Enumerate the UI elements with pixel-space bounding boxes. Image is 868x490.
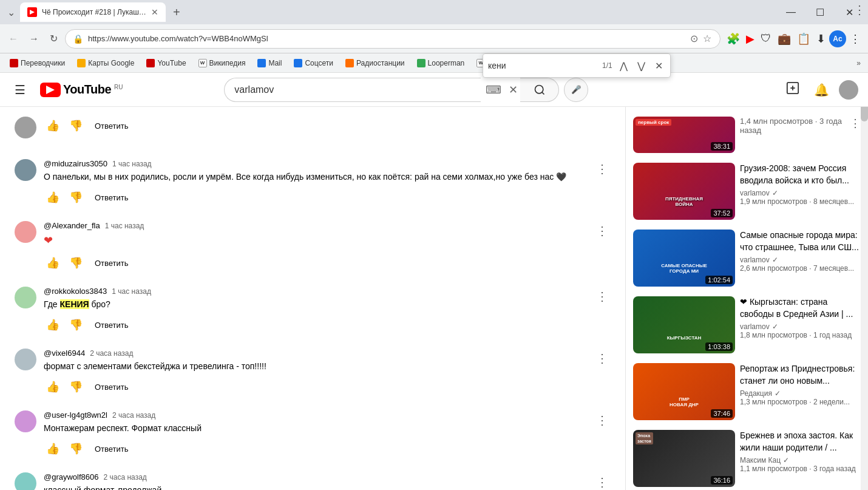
youtube-search-bar: ⌨ ✕ 🎤 [224,78,588,102]
bookmark-label: Карты Google [88,59,134,67]
dislike-button[interactable]: 👎 [67,316,85,334]
reply-button[interactable]: Ответить [90,117,134,135]
comment-author: @graywolf8606 [44,472,99,481]
like-button[interactable]: 👍 [44,117,62,135]
bookmark-looperman[interactable]: Looperman [412,58,470,69]
download-button[interactable]: ⬇ [814,30,828,48]
dislike-button[interactable]: 👎 [67,254,85,272]
bookmark-переводчики[interactable]: Переводчики [5,58,70,69]
video-channel: varlamov ✓ [740,256,861,264]
comments-section: 👍 👎 Ответить ⋮ @miduzairus3050 1 час наз… [0,107,625,490]
back-button[interactable]: ← [5,30,22,48]
like-button[interactable]: 👍 [44,254,62,272]
reply-button[interactable]: Ответить [90,380,134,394]
reply-button[interactable]: Ответить [90,442,134,456]
video-more-options[interactable]: ⋮ [850,117,861,130]
video-thumbnail: КЫРГЫЗСТАН 1:03:38 [633,296,735,353]
like-button[interactable]: 👍 [44,440,62,458]
wallet-button[interactable]: 💼 [775,30,793,48]
active-tab[interactable]: Чё Происходит #218 | Лукаше... ✕ [20,2,166,22]
video-duration: 36:16 [711,476,733,485]
comment-text: формат с элементами бекстейджа и тревели… [44,360,611,373]
comment-more-options[interactable]: ⋮ [594,221,611,240]
comment-partial: 👍 👎 Ответить ⋮ [15,117,611,145]
comment-time: 1 час назад [112,287,151,296]
keyboard-button[interactable]: ⌨ [481,83,506,97]
bookmark-mail[interactable]: Mail [253,58,287,69]
bookmark-youtube[interactable]: YouTube [141,58,191,69]
find-next-button[interactable]: ⋁ [635,59,648,73]
create-button[interactable] [781,77,804,103]
browser-scrollbar[interactable] [861,73,868,490]
notifications-button[interactable]: 🔔 [809,78,834,102]
bookmark-button[interactable]: ☆ [702,32,713,46]
user-avatar[interactable] [839,80,858,100]
hamburger-menu-button[interactable]: ☰ [10,78,30,102]
sidebar-video-brezhnev[interactable]: Эпохазастоя 36:16 Брежнев и эпоха застоя… [626,425,868,490]
search-button[interactable] [520,78,559,102]
sidebar-video-kyrgyzstan[interactable]: КЫРГЫЗСТАН 1:03:38 ❤ Кыргызстан: страна … [626,291,868,358]
forward-button[interactable]: → [25,30,42,48]
sidebar-video-pridnestrovye[interactable]: ПМРНОВАЯ ДНР 37:46 Репортаж из Приднестр… [626,358,868,425]
menu-button[interactable]: ⋮ [847,30,863,48]
tab-group-button[interactable]: ⌄ [5,4,18,21]
video-info: ❤ Кыргызстан: страна свободы в Средней А… [740,296,861,353]
sidebar-video-partial[interactable]: 38:31 первый срок 1,4 млн просмотров · 3… [626,112,868,158]
bookmark-favicon [345,59,354,67]
comment-content: @miduzairus3050 1 час назад О панельки, … [44,159,611,206]
video-meta: 2,6 млн просмотров · 7 месяцев... [740,264,861,273]
reply-button[interactable]: Ответить [90,191,134,205]
bookmark-socnet[interactable]: Соцсети [289,58,338,69]
maximize-button[interactable]: ☐ [806,2,834,22]
bookmark-maps[interactable]: Карты Google [72,58,139,69]
comment-actions: 👍 👎 Ответить [44,316,611,334]
extensions-button[interactable]: 🧩 [724,30,742,48]
bookmarks-bar: Переводчики Карты Google YouTube W Викип… [0,53,868,73]
dislike-button[interactable]: 👎 [67,440,85,458]
bookmarks-more-button[interactable]: » [854,58,863,69]
find-prev-button[interactable]: ⋀ [617,59,630,73]
search-input[interactable] [224,78,481,102]
comment-more-options[interactable]: ⋮ [594,410,611,430]
bookmark-wikipedia[interactable]: W Википедия [194,58,251,69]
comment-more-options[interactable]: ⋮ [594,159,611,179]
profile-button[interactable]: Ac [829,30,846,47]
comment-actions-partial: 👍 👎 Ответить [44,117,611,135]
shield-button[interactable]: 🛡 [758,30,774,47]
collections-button[interactable]: 📋 [795,30,813,48]
reload-button[interactable]: ↻ [46,29,61,48]
video-channel: varlamov ✓ [740,189,861,197]
minimize-button[interactable]: — [777,2,805,22]
comment-content: @vixel6944 2 часа назад формат с элемент… [44,349,611,396]
reply-button[interactable]: Ответить [90,256,134,270]
address-bar[interactable]: 🔒 https://www.youtube.com/watch?v=WBB4no… [65,29,721,49]
search-clear-button[interactable]: ✕ [506,83,520,97]
new-tab-button[interactable]: + [168,4,185,21]
tab-close-button[interactable]: ✕ [151,7,158,17]
youtube-logo[interactable]: YouTubeRU [40,83,123,97]
dislike-button[interactable]: 👎 [67,188,85,206]
reader-mode-button[interactable]: ⊙ [689,32,699,46]
like-button[interactable]: 👍 [44,316,62,334]
channel-name: Максим Кац [740,456,781,464]
like-button[interactable]: 👍 [44,378,62,396]
bookmark-favicon [10,59,18,67]
bookmark-radio[interactable]: Радиостанции [341,58,410,69]
comment-more-options[interactable]: ⋮ [594,287,611,306]
comment-more-options[interactable]: ⋮ [594,349,611,368]
youtube-ext-button[interactable]: ▶ [744,30,757,48]
like-button[interactable]: 👍 [44,188,62,206]
find-input[interactable] [488,61,597,70]
bookmark-favicon [77,59,86,67]
reply-button[interactable]: Ответить [90,318,134,332]
sidebar-video-georgia[interactable]: ПЯТИДНЕВНАЯВОЙНА 37:52 Грузия-2008: заче… [626,158,868,225]
sidebar-video-dangerous[interactable]: САМЫЕ ОПАСНЫЕГОРОДА МИ 1:02:54 Самые опа… [626,225,868,291]
address-text: https://www.youtube.com/watch?v=WBB4noWM… [88,34,684,43]
header-actions: 🔔 [781,77,858,103]
find-close-button[interactable]: ✕ [653,59,665,73]
dislike-button[interactable]: 👎 [67,378,85,396]
voice-search-button[interactable]: 🎤 [564,78,588,102]
video-channel: Максим Кац ✓ [740,456,861,464]
dislike-button[interactable]: 👎 [67,117,85,135]
comment-more-options[interactable]: ⋮ [594,472,611,490]
